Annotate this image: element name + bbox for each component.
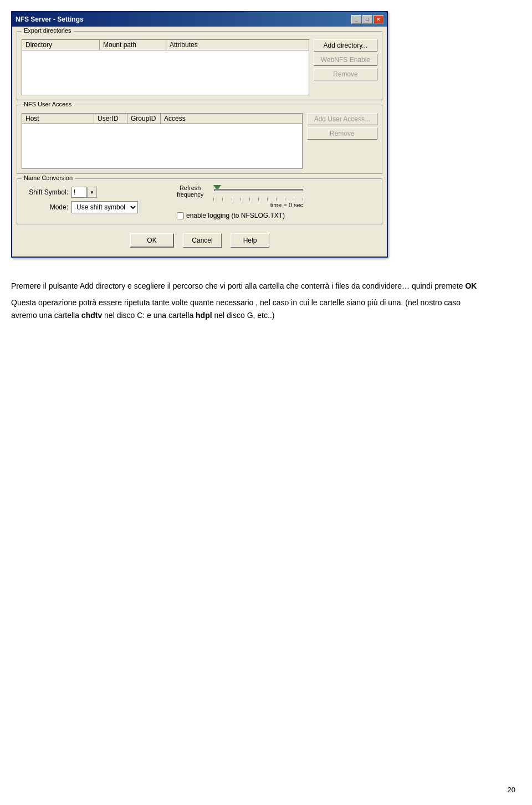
refresh-frequency-label: Refreshfrequency: [177, 184, 203, 198]
add-directory-button[interactable]: Add directory...: [314, 39, 377, 52]
nfs-user-access-group: NFS User Access Host UserID GroupID Acce…: [17, 105, 382, 174]
mode-row: Mode: Use shift symbol: [24, 201, 163, 213]
name-conv-right: Refreshfrequency: [177, 181, 377, 219]
name-conversion-label: Name Conversion: [22, 175, 75, 181]
name-conv-content: Shift Symbol: ▼ Mode: Use s: [22, 187, 166, 213]
export-col-directory: Directory: [22, 40, 100, 50]
export-col-mount: Mount path: [100, 40, 166, 50]
user-table-body: [22, 124, 302, 168]
remove-export-button[interactable]: Remove: [314, 68, 377, 80]
shift-symbol-input-group: ▼: [71, 187, 97, 198]
webnfs-enable-button[interactable]: WebNFS Enable: [314, 54, 377, 66]
enable-logging-row: enable logging (to NFSLOG.TXT): [177, 212, 285, 219]
user-col-groupid: GroupID: [127, 114, 161, 124]
user-section-row: Host UserID GroupID Access Add User Acce…: [22, 110, 377, 169]
title-bar-buttons: _ □ ✕: [351, 15, 383, 24]
slider-mark: [285, 198, 285, 201]
slider-marks: [213, 198, 303, 201]
user-table-container: Host UserID GroupID Access: [22, 110, 303, 169]
cancel-button[interactable]: Cancel: [183, 233, 222, 248]
export-table-body: [22, 50, 309, 95]
user-col-userid: UserID: [94, 114, 127, 124]
slider-mark: [303, 198, 303, 201]
shift-symbol-row: Shift Symbol: ▼: [24, 187, 163, 198]
slider-track: [214, 189, 303, 191]
export-side-buttons: Add directory... WebNFS Enable Remove: [314, 39, 377, 80]
export-directories-group: Export directories Directory Mount path …: [17, 31, 382, 100]
add-user-access-button[interactable]: Add User Access...: [307, 113, 377, 125]
name-conv-left: Shift Symbol: ▼ Mode: Use s: [22, 181, 166, 219]
export-directories-label: Export directories: [22, 27, 74, 34]
ok-button[interactable]: OK: [130, 233, 174, 248]
export-table-header: Directory Mount path Attributes: [22, 40, 309, 50]
export-section-row: Directory Mount path Attributes Add dire…: [22, 36, 377, 95]
slider-mark: [241, 198, 241, 201]
slider-mark: [222, 198, 223, 201]
slider-mark: [294, 198, 294, 201]
name-conv-two-col: Shift Symbol: ▼ Mode: Use s: [22, 181, 377, 219]
slider-mark: [258, 198, 259, 201]
export-col-attributes: Attributes: [166, 40, 309, 50]
mode-input-group: Use shift symbol: [71, 201, 138, 213]
enable-logging-label: enable logging (to NFSLOG.TXT): [186, 212, 285, 219]
slider-row: [209, 183, 303, 197]
shift-symbol-dropdown[interactable]: ▼: [87, 187, 97, 198]
close-button[interactable]: ✕: [374, 15, 383, 24]
title-bar: NFS Server - Settings _ □ ✕: [12, 12, 387, 27]
export-table-container: Directory Mount path Attributes: [22, 36, 309, 95]
page-number: 20: [508, 786, 515, 794]
maximize-button[interactable]: □: [362, 15, 372, 24]
user-col-host: Host: [22, 114, 94, 124]
nfs-settings-window: NFS Server - Settings _ □ ✕ Export direc…: [11, 11, 388, 258]
mode-label: Mode:: [24, 203, 68, 211]
shift-symbol-label: Shift Symbol:: [24, 188, 68, 196]
mode-select[interactable]: Use shift symbol: [71, 201, 138, 213]
name-conversion-group: Name Conversion Shift Symbol: ▼: [17, 178, 382, 224]
slider-mark: [267, 198, 268, 201]
slider-wrapper: time = 0 sec: [209, 183, 303, 208]
body-text: Premere il pulsante Add directory e sceg…: [11, 280, 488, 326]
body-paragraph-2: Questa operazione potrà essere ripetuta …: [11, 296, 488, 321]
time-label: time = 0 sec: [270, 202, 304, 208]
page-wrapper: NFS Server - Settings _ □ ✕ Export direc…: [0, 0, 532, 337]
enable-logging-checkbox[interactable]: [177, 212, 184, 219]
minimize-button[interactable]: _: [351, 15, 361, 24]
body-paragraph-1: Premere il pulsante Add directory e sceg…: [11, 280, 488, 292]
help-button[interactable]: Help: [231, 233, 269, 248]
shift-symbol-input[interactable]: [71, 187, 87, 198]
remove-user-button[interactable]: Remove: [307, 127, 377, 140]
user-col-access: Access: [161, 114, 302, 124]
slider-mark: [249, 198, 250, 201]
user-table: Host UserID GroupID Access: [22, 113, 303, 169]
bottom-buttons: OK Cancel Help: [17, 229, 382, 252]
export-table: Directory Mount path Attributes: [22, 39, 309, 95]
slider-mark: [232, 198, 232, 201]
user-side-buttons: Add User Access... Remove: [307, 113, 377, 140]
window-title: NFS Server - Settings: [16, 16, 84, 23]
window-content: Export directories Directory Mount path …: [12, 27, 387, 257]
slider-mark: [276, 198, 277, 201]
slider-mark: [213, 198, 214, 201]
user-table-header: Host UserID GroupID Access: [22, 114, 302, 124]
nfs-user-access-label: NFS User Access: [22, 101, 74, 107]
